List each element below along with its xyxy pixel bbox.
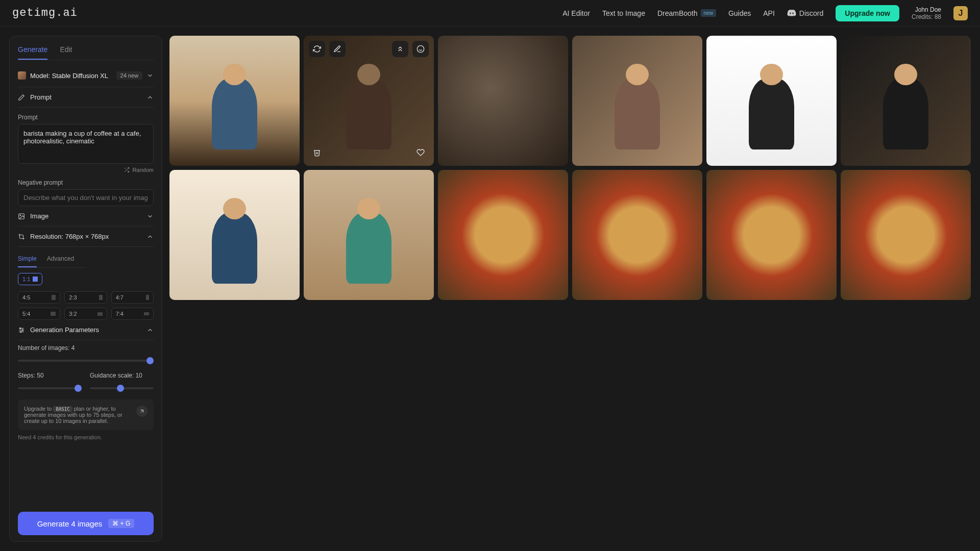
num-images-label: Number of images: 4 — [18, 344, 154, 352]
chevron-down-icon — [146, 213, 154, 220]
steps-label: Steps: 50 — [18, 372, 82, 379]
gallery-image[interactable] — [169, 170, 300, 300]
ratio-shape-icon — [33, 277, 38, 282]
gallery-image[interactable] — [572, 36, 702, 166]
random-label: Random — [132, 167, 154, 173]
ratio-shape-icon — [52, 295, 56, 300]
upgrade-text: Upgrade to BASIC plan or higher, to gene… — [24, 406, 131, 424]
upgrade-hint: Upgrade to BASIC plan or higher, to gene… — [18, 399, 154, 430]
gallery-image[interactable] — [572, 170, 702, 300]
ratio-shape-icon — [146, 295, 149, 300]
nav-text-to-image[interactable]: Text to Image — [602, 9, 645, 17]
negative-label: Negative prompt — [18, 179, 154, 186]
image-grid — [169, 36, 971, 300]
svg-point-10 — [20, 331, 21, 332]
avatar[interactable]: J — [953, 6, 968, 20]
ratio-label: 5:4 — [22, 311, 30, 317]
nav-guides[interactable]: Guides — [728, 9, 751, 17]
chevron-up-icon — [146, 327, 154, 334]
ratio-grid: 4:5 2:3 4:7 5:4 3:2 7:4 — [18, 291, 154, 320]
section-image[interactable]: Image — [18, 206, 154, 227]
gallery-image[interactable] — [706, 36, 837, 166]
shuffle-icon — [124, 167, 130, 173]
ratio-shape-icon — [144, 312, 149, 315]
chevron-up-icon — [146, 233, 154, 240]
gallery-image[interactable] — [169, 36, 300, 166]
ratio-7-4[interactable]: 7:4 — [111, 308, 154, 320]
expand-button[interactable] — [392, 41, 408, 57]
nav: AI Editor Text to Image DreamBooth new G… — [562, 5, 968, 21]
section-gen-params-label: Generation Parameters — [30, 326, 99, 334]
image-icon — [18, 213, 25, 220]
prompt-input[interactable] — [18, 124, 154, 164]
edit-button[interactable] — [329, 41, 346, 57]
gallery-image[interactable] — [438, 36, 568, 166]
ratio-label: 4:7 — [116, 294, 124, 300]
negative-input[interactable] — [18, 189, 154, 206]
gallery-image-hovered[interactable] — [304, 36, 434, 166]
generate-button[interactable]: Generate 4 images ⌘ + G — [18, 512, 154, 535]
gallery-image[interactable] — [706, 170, 837, 300]
steps-slider[interactable] — [18, 387, 82, 389]
svg-point-12 — [417, 45, 424, 52]
badge-new: new — [701, 9, 716, 17]
user-credits: Credits: 88 — [912, 13, 941, 20]
generate-kbd: ⌘ + G — [108, 519, 134, 528]
svg-point-4 — [20, 215, 21, 216]
random-button[interactable]: Random — [124, 167, 154, 173]
credit-note: Need 4 credits for this generation. — [18, 434, 154, 440]
ratio-5-4[interactable]: 5:4 — [18, 308, 60, 320]
resolution-subtabs: Simple Advanced — [18, 252, 86, 268]
chevron-up-icon — [146, 94, 154, 101]
section-resolution[interactable]: Resolution: 768px × 768px — [18, 227, 154, 247]
ratio-label: 2:3 — [69, 294, 77, 300]
model-prefix: Model: — [30, 72, 50, 80]
crop-icon — [18, 233, 25, 240]
sliders-icon — [18, 327, 25, 334]
model-name: Stable Diffusion XL — [52, 72, 108, 80]
ratio-label: 4:5 — [22, 294, 30, 300]
gallery-image[interactable] — [841, 170, 971, 300]
upgrade-arrow-button[interactable] — [136, 406, 148, 417]
gallery-image[interactable] — [304, 170, 434, 300]
nav-ai-editor[interactable]: AI Editor — [562, 9, 590, 17]
section-resolution-label: Resolution: 768px × 768px — [30, 233, 109, 240]
model-selector[interactable]: Model: Stable Diffusion XL 24 new — [18, 67, 154, 87]
section-prompt[interactable]: Prompt — [18, 87, 154, 108]
tab-edit[interactable]: Edit — [60, 42, 72, 60]
model-thumb-icon — [18, 71, 26, 80]
gallery-image[interactable] — [841, 36, 971, 166]
tab-generate[interactable]: Generate — [18, 42, 47, 60]
upgrade-button[interactable]: Upgrade now — [836, 5, 899, 21]
ratio-1-1[interactable]: 1:1 — [18, 273, 42, 285]
section-gen-params[interactable]: Generation Parameters — [18, 320, 154, 340]
svg-line-2 — [125, 168, 126, 169]
favorite-button[interactable] — [412, 144, 429, 161]
subtab-simple[interactable]: Simple — [18, 252, 37, 267]
nav-discord[interactable]: Discord — [787, 9, 823, 18]
gallery — [162, 27, 980, 551]
ratio-4-7[interactable]: 4:7 — [111, 291, 154, 304]
ratio-shape-icon — [99, 295, 103, 300]
header: getimg.ai AI Editor Text to Image DreamB… — [0, 0, 980, 27]
guidance-slider[interactable] — [90, 387, 154, 389]
pencil-icon — [18, 94, 25, 101]
nav-api[interactable]: API — [763, 9, 775, 17]
regenerate-button[interactable] — [309, 41, 325, 57]
subtab-advanced[interactable]: Advanced — [47, 252, 74, 267]
ratio-3-2[interactable]: 3:2 — [64, 308, 107, 320]
ratio-2-3[interactable]: 2:3 — [64, 291, 107, 304]
num-images-slider[interactable] — [18, 360, 154, 362]
delete-button[interactable] — [309, 144, 325, 161]
nav-dreambooth-label: DreamBooth — [657, 9, 698, 17]
gallery-image[interactable] — [438, 170, 568, 300]
nav-dreambooth[interactable]: DreamBooth new — [657, 9, 716, 17]
sidebar-tabs: Generate Edit — [18, 42, 154, 60]
ratio-shape-icon — [51, 312, 56, 316]
guidance-label: Guidance scale: 10 — [90, 372, 154, 379]
emoji-button[interactable] — [412, 41, 429, 57]
ratio-4-5[interactable]: 4:5 — [18, 291, 60, 304]
user-info: John Doe Credits: 88 — [912, 6, 941, 20]
section-prompt-label: Prompt — [30, 93, 52, 101]
upgrade-prefix: Upgrade to — [24, 406, 53, 412]
